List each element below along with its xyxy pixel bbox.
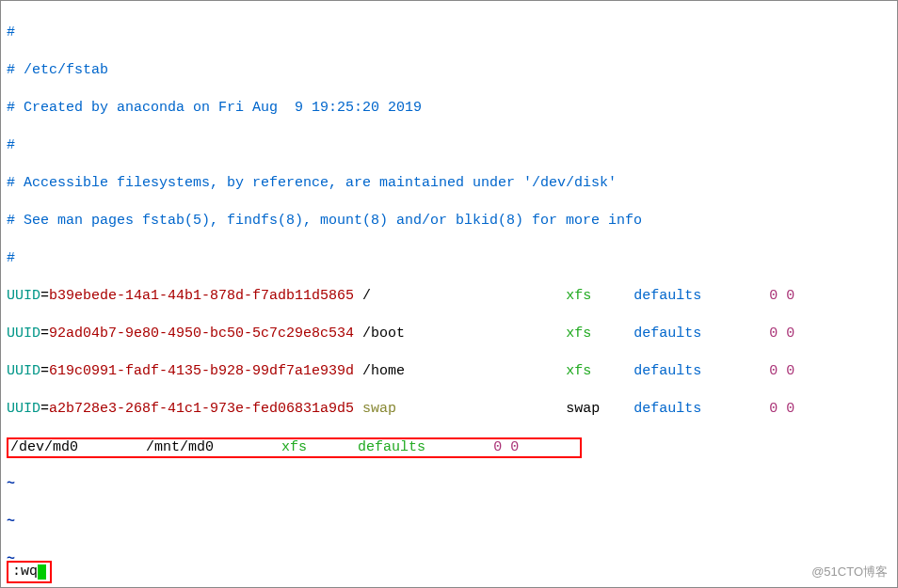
command-text: :wq <box>12 564 38 580</box>
vim-editor-buffer[interactable]: # # /etc/fstab # Created by anaconda on … <box>1 1 897 588</box>
mount-opts: defaults <box>633 288 701 304</box>
vim-tilde: ~ <box>7 476 15 492</box>
cursor-icon <box>38 564 46 580</box>
mount-opts: defaults <box>633 401 701 417</box>
uuid-value: a2b728e3-268f-41c1-973e-fed06831a9d5 <box>49 401 354 417</box>
comment-line: # See man pages fstab(5), findfs(8), mou… <box>7 213 642 229</box>
device: /dev/md0 <box>10 439 78 455</box>
mountpoint: /home <box>362 363 405 379</box>
fstype: xfs <box>566 326 591 342</box>
fstype: swap <box>566 401 600 417</box>
uuid-value: 92ad04b7-9e80-4950-bc50-5c7c29e8c534 <box>49 326 354 342</box>
fstype: xfs <box>566 363 591 379</box>
mountpoint: / <box>362 288 371 304</box>
uuid-value: 619c0991-fadf-4135-b928-99df7a1e939d <box>49 363 354 379</box>
mount-opts: defaults <box>633 326 701 342</box>
uuid-key: UUID <box>7 401 40 417</box>
mount-opts: defaults <box>633 363 701 379</box>
pass: 0 <box>786 401 794 417</box>
vim-tilde: ~ <box>7 514 15 530</box>
uuid-key: UUID <box>7 326 40 342</box>
mount-opts: defaults <box>358 439 425 455</box>
comment-line: # /etc/fstab <box>7 62 108 78</box>
fstab-entry: UUID=92ad04b7-9e80-4950-bc50-5c7c29e8c53… <box>7 325 891 343</box>
vim-command-line[interactable]: :wq <box>7 561 52 583</box>
new-entry-highlight: /dev/md0 /mnt/md0 xfs defaults 0 0 <box>7 437 582 458</box>
comment-line: # <box>7 137 15 153</box>
pass: 0 <box>786 288 794 304</box>
mountpoint: /mnt/md0 <box>146 439 214 455</box>
command-highlight: :wq <box>7 561 52 583</box>
uuid-key: UUID <box>7 363 40 379</box>
fstype: xfs <box>281 439 307 455</box>
pass: 0 <box>510 439 519 455</box>
uuid-key: UUID <box>7 288 40 304</box>
dump: 0 <box>493 439 502 455</box>
fstype: xfs <box>566 288 591 304</box>
pass: 0 <box>786 326 794 342</box>
fstab-entry: UUID=a2b728e3-268f-41c1-973e-fed06831a9d… <box>7 400 891 419</box>
pass: 0 <box>786 363 794 379</box>
comment-line: # <box>7 250 15 266</box>
comment-line: # <box>7 24 15 40</box>
dump: 0 <box>769 288 778 304</box>
comment-line: # Accessible filesystems, by reference, … <box>7 175 617 191</box>
dump: 0 <box>769 363 778 379</box>
mountpoint: /boot <box>362 326 405 342</box>
fstab-entry: UUID=b39ebede-14a1-44b1-878d-f7adb11d586… <box>7 287 891 306</box>
comment-line: # Created by anaconda on Fri Aug 9 19:25… <box>7 100 422 116</box>
dump: 0 <box>769 326 778 342</box>
dump: 0 <box>769 401 778 417</box>
watermark-text: @51CTO博客 <box>811 563 888 581</box>
fstab-entry: UUID=619c0991-fadf-4135-b928-99df7a1e939… <box>7 362 891 381</box>
uuid-value: b39ebede-14a1-44b1-878d-f7adb11d5865 <box>49 288 354 304</box>
mountpoint: swap <box>362 401 396 417</box>
